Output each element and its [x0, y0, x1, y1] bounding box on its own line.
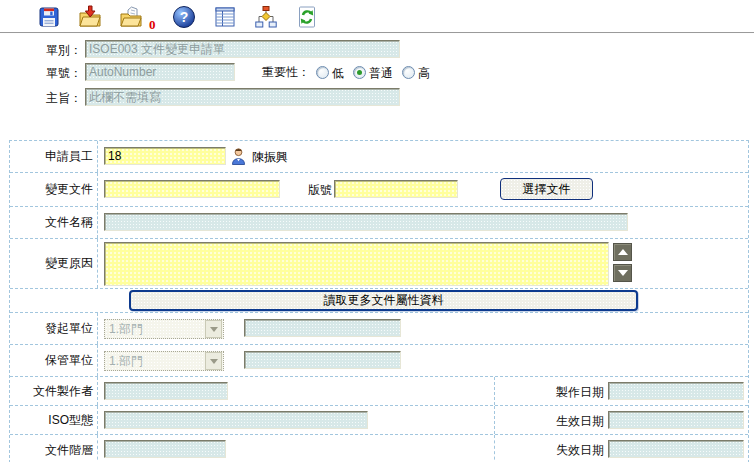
change-reason-textarea[interactable] [104, 242, 609, 286]
origin-unit-field[interactable] [244, 319, 401, 337]
svg-text:?: ? [179, 9, 188, 25]
doc-type-field[interactable] [85, 40, 400, 58]
applicant-name: 陳振興 [252, 148, 288, 166]
load-more-attributes-button[interactable]: 讀取更多文件屬性資料 [129, 290, 638, 311]
chevron-down-icon [205, 320, 222, 338]
doc-author-field[interactable] [104, 382, 228, 400]
row-doc-author: 文件製作者 製作日期 [10, 377, 748, 406]
effective-date-field[interactable] [608, 411, 744, 429]
radio-label-low[interactable]: 低 [332, 66, 344, 80]
row-custody-unit: 保管單位 1.部門 [10, 345, 748, 377]
scroll-up-button[interactable] [613, 243, 632, 261]
doc-name-field[interactable] [104, 213, 628, 231]
help-icon[interactable]: ? [171, 3, 197, 31]
radio-importance-high[interactable] [402, 66, 415, 79]
toolbar: 0 ? [36, 3, 320, 33]
import-folder-icon[interactable] [77, 3, 103, 31]
label-origin-unit: 發起單位 [10, 313, 98, 344]
label-importance: 重要性： [262, 64, 310, 81]
importance-group: 重要性： 低 普通 高 [262, 64, 439, 81]
radio-label-high[interactable]: 高 [418, 66, 430, 80]
row-origin-unit: 發起單位 1.部門 [10, 313, 748, 345]
doc-level-field[interactable] [104, 440, 226, 458]
label-creation-date: 製作日期 [496, 384, 604, 401]
row-applicant: 申請員工 陳振興 [10, 141, 748, 173]
radio-importance-normal[interactable] [353, 66, 366, 79]
origin-unit-select-value: 1.部門 [105, 321, 205, 338]
label-change-reason: 變更原因 [10, 239, 98, 288]
document-change-request-window: 0 ? [0, 0, 754, 462]
scroll-down-button[interactable] [613, 264, 632, 282]
iso-type-field[interactable] [104, 411, 368, 429]
save-icon[interactable] [36, 3, 62, 31]
chevron-down-icon [205, 352, 222, 370]
label-expiry-date: 失效日期 [496, 442, 604, 459]
change-doc-input[interactable] [104, 180, 280, 198]
column-divider [494, 406, 495, 434]
badge-count: 0 [149, 17, 156, 33]
open-folder-icon[interactable] [118, 3, 144, 31]
custody-unit-select[interactable]: 1.部門 [104, 351, 224, 371]
label-change-doc: 變更文件 [10, 173, 98, 206]
row-iso-type: ISO型態 生效日期 [10, 406, 748, 435]
version-input[interactable] [334, 180, 458, 198]
label-doc-number: 單號： [0, 64, 82, 82]
subject-field[interactable] [85, 88, 400, 106]
custody-unit-field[interactable] [244, 351, 401, 369]
custody-unit-select-value: 1.部門 [105, 353, 205, 370]
label-subject: 主旨： [0, 89, 82, 107]
radio-importance-low[interactable] [316, 66, 329, 79]
document-form-table: 申請員工 陳振興 變更文件 版號 選擇文件 文件名稱 [9, 140, 749, 462]
label-doc-name: 文件名稱 [10, 207, 98, 238]
doc-number-field[interactable] [85, 63, 235, 81]
applicant-id-input[interactable] [104, 147, 226, 165]
row-change-reason: 變更原因 [10, 239, 748, 289]
label-iso-type: ISO型態 [10, 406, 98, 434]
origin-unit-select[interactable]: 1.部門 [104, 319, 224, 339]
person-icon[interactable] [231, 148, 246, 165]
flowchart-icon[interactable] [253, 3, 279, 31]
toolbar-separator [0, 32, 754, 34]
column-divider [494, 377, 495, 405]
row-load-more: 讀取更多文件屬性資料 [10, 289, 748, 313]
choose-document-button[interactable]: 選擇文件 [500, 178, 593, 200]
row-doc-name: 文件名稱 [10, 207, 748, 239]
label-applicant: 申請員工 [10, 141, 98, 172]
detail-list-icon[interactable] [212, 3, 238, 31]
label-version: 版號 [272, 182, 332, 199]
label-custody-unit: 保管單位 [10, 345, 98, 376]
row-doc-level: 文件階層 失效日期 [10, 435, 748, 462]
label-effective-date: 生效日期 [496, 413, 604, 430]
refresh-page-icon[interactable] [294, 3, 320, 31]
creation-date-field[interactable] [608, 382, 744, 400]
label-doc-author: 文件製作者 [10, 377, 98, 405]
radio-label-normal[interactable]: 普通 [369, 66, 393, 80]
label-doc-type: 單別： [0, 41, 82, 59]
column-divider [494, 435, 495, 462]
expiry-date-field[interactable] [608, 440, 744, 458]
label-doc-level: 文件階層 [10, 435, 98, 462]
row-change-doc: 變更文件 版號 選擇文件 [10, 173, 748, 207]
